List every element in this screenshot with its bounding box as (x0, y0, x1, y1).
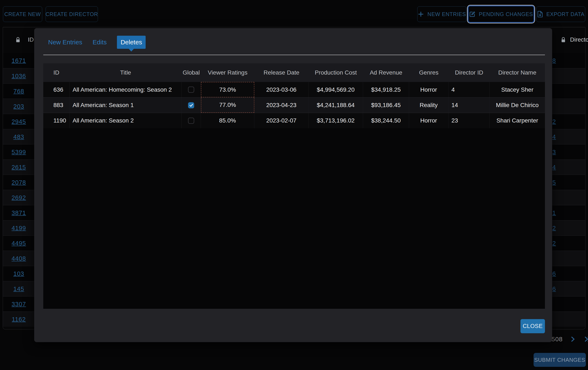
submit-changes-button[interactable]: SUBMIT CHANGES (534, 353, 586, 367)
cell-director-name: Millie De Chirico (490, 98, 545, 113)
cell-director-id: 4 (449, 82, 490, 97)
cell-genres: Horror (409, 82, 449, 97)
pending-changes-label: PENDING CHANGES (479, 11, 533, 17)
background-id-column-header: ID (28, 36, 34, 43)
cell-id: 636 (43, 82, 70, 97)
cell-release-date: 2023-04-23 (254, 98, 309, 113)
cell-id: 1190 (43, 113, 70, 128)
lock-icon (561, 36, 566, 43)
plus-icon (418, 11, 424, 17)
cell-director-name: Shari Carpenter (490, 113, 545, 128)
director-id-link-partial[interactable]: 2 (552, 240, 556, 247)
tabs-divider (43, 55, 545, 55)
last-page-icon[interactable] (583, 335, 588, 343)
edit-pencil-icon (469, 11, 475, 17)
tab-edits[interactable]: Edits (93, 36, 107, 49)
global-checkbox[interactable] (188, 102, 194, 108)
row-id-link[interactable]: 1162 (3, 316, 35, 323)
tab-new-entries[interactable]: New Entries (48, 36, 82, 49)
tab-deletes-label: Deletes (121, 39, 142, 46)
cell-production-cost: $4,994,569.20 (309, 82, 363, 97)
cell-release-date: 2023-03-06 (254, 82, 309, 97)
director-id-link-partial[interactable]: 6 (552, 270, 556, 277)
director-id-link-partial[interactable]: 1 (552, 209, 556, 216)
cell-genres: Reality (409, 98, 449, 113)
cell-director-name: Stacey Sher (490, 82, 545, 97)
row-id-link[interactable]: 3307 (3, 301, 35, 307)
row-id-link[interactable]: 4495 (3, 240, 35, 247)
pagination: 508 (551, 335, 588, 343)
column-header-director-id: Director ID (449, 63, 490, 82)
cell-production-cost: $4,241,188.64 (309, 98, 363, 113)
row-id-link[interactable]: 2078 (3, 179, 35, 186)
modal-tabs: New Entries Edits Deletes (48, 36, 146, 49)
export-data-button[interactable]: EXPORT DATA (536, 6, 585, 22)
new-entries-button[interactable]: NEW ENTRIES (417, 6, 466, 22)
table-row: 636 All American: Homecoming: Season 2 7… (43, 82, 545, 97)
row-id-link[interactable]: 3871 (3, 209, 35, 216)
cell-viewer-ratings: 73.0% (201, 82, 254, 97)
export-data-label: EXPORT DATA (546, 11, 585, 17)
active-tab-caret-icon (128, 49, 134, 52)
row-id-link[interactable]: 2945 (3, 118, 35, 125)
row-id-link[interactable]: 145 (3, 285, 35, 292)
row-id-link[interactable]: 5399 (3, 149, 35, 155)
cell-director-id: 14 (449, 98, 490, 113)
tab-deletes[interactable]: Deletes (117, 36, 146, 49)
file-download-icon (537, 11, 543, 17)
cell-ad-revenue: $38,244.50 (363, 113, 409, 128)
row-id-link[interactable]: 768 (3, 88, 35, 95)
cell-release-date: 2023-02-07 (254, 113, 309, 128)
director-id-link-partial[interactable]: 5 (552, 179, 556, 186)
director-id-link-partial[interactable]: 4 (552, 133, 556, 140)
next-page-icon[interactable] (569, 335, 577, 343)
cell-id: 883 (43, 98, 70, 113)
close-button[interactable]: CLOSE (520, 319, 545, 333)
column-header-viewer-ratings: Viewer Ratings (201, 63, 254, 82)
column-header-production-cost: Production Cost (309, 63, 363, 82)
cell-global (181, 98, 201, 113)
create-director-button[interactable]: CREATE DIRECTOR (46, 6, 98, 22)
cell-ad-revenue: $34,918.25 (363, 82, 409, 97)
column-header-title: Title (70, 63, 181, 82)
director-id-link-partial[interactable]: 4 (552, 164, 556, 171)
create-new-button[interactable]: CREATE NEW (3, 6, 42, 22)
column-header-director-name: Director Name (490, 63, 545, 82)
new-entries-label: NEW ENTRIES (427, 11, 466, 17)
cell-genres: Horror (409, 113, 449, 128)
column-header-global: Global (181, 63, 201, 82)
row-id-link[interactable]: 1671 (3, 57, 35, 64)
row-id-link[interactable]: 483 (3, 133, 35, 140)
cell-title: All American: Season 1 (70, 98, 181, 113)
cell-global (181, 113, 201, 128)
cell-title: All American: Season 2 (70, 113, 181, 128)
cell-production-cost: $3,713,196.02 (309, 113, 363, 128)
row-id-link[interactable]: 103 (3, 270, 35, 277)
director-id-link-partial[interactable]: 3 (552, 149, 556, 155)
row-id-link[interactable]: 1036 (3, 72, 35, 79)
cell-viewer-ratings: 85.0% (201, 113, 254, 128)
column-header-id: ID (43, 63, 70, 82)
cell-director-id: 23 (449, 113, 490, 128)
pending-changes-button[interactable]: PENDING CHANGES (468, 5, 534, 23)
global-checkbox[interactable] (188, 87, 194, 93)
director-id-link-partial[interactable]: 6 (552, 285, 556, 292)
pending-changes-modal: New Entries Edits Deletes ID Title Globa… (34, 28, 552, 342)
deletes-table-header: ID Title Global Viewer Ratings Release D… (43, 63, 545, 82)
background-director-column-header: Director ID (570, 36, 588, 43)
global-checkbox[interactable] (188, 118, 194, 124)
lock-icon (15, 36, 21, 43)
row-id-link[interactable]: 4199 (3, 225, 35, 231)
director-id-link-partial[interactable]: 8 (552, 57, 556, 64)
cell-viewer-ratings: 77.0% (201, 98, 254, 113)
director-id-link-partial[interactable]: 2 (552, 118, 556, 125)
column-header-ad-revenue: Ad Revenue (363, 63, 409, 82)
row-id-link[interactable]: 4408 (3, 255, 35, 262)
director-id-link-partial[interactable]: 2 (552, 225, 556, 231)
table-row: 883 All American: Season 1 77.0% 2023-04… (43, 97, 545, 113)
column-header-genres: Genres (409, 63, 449, 82)
row-id-link[interactable]: 2615 (3, 164, 35, 171)
row-id-link[interactable]: 203 (3, 103, 35, 110)
cell-ad-revenue: $93,186.45 (363, 98, 409, 113)
row-id-link[interactable]: 2692 (3, 194, 35, 201)
